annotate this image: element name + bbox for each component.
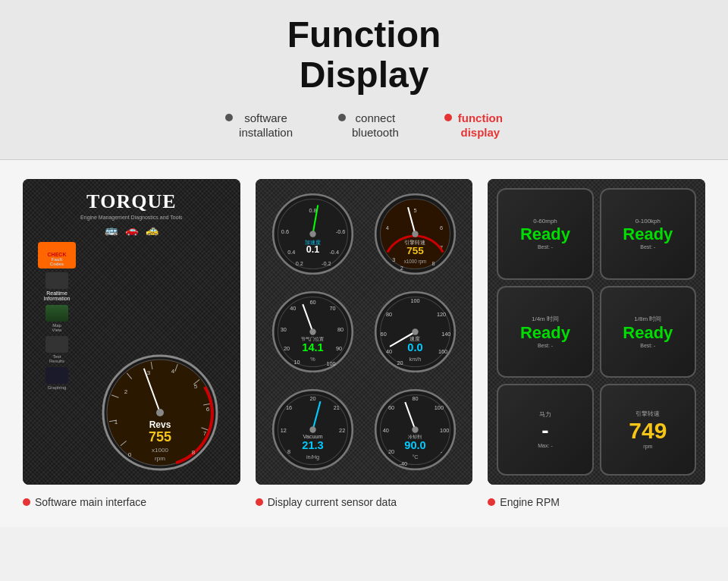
- rpm-card-engine-value: 749: [629, 419, 667, 442]
- rpm-card-engine-best: rpm: [643, 444, 652, 449]
- svg-text:140: 140: [441, 330, 450, 337]
- svg-text:20: 20: [284, 344, 290, 351]
- step-bluetooth[interactable]: connect bluetooth: [338, 111, 399, 140]
- svg-text:-0.2: -0.2: [322, 260, 331, 267]
- rpm-screen: 0-60mph Ready Best: - 0-100kph Ready Bes…: [488, 179, 705, 485]
- svg-text:40: 40: [290, 305, 296, 312]
- svg-text:12: 12: [281, 426, 287, 433]
- svg-text:20: 20: [397, 360, 403, 366]
- svg-point-80: [412, 328, 418, 334]
- svg-text:°C: °C: [413, 454, 419, 460]
- svg-text:-0.4: -0.4: [329, 248, 339, 255]
- rpm-card-0100: 0-100kph Ready Best: -: [600, 188, 696, 280]
- svg-text:0.6: 0.6: [281, 228, 289, 235]
- menu-testresults: TestResults: [34, 336, 80, 363]
- svg-text:0.2: 0.2: [295, 260, 303, 267]
- sensor-screen: 0.8 0.6 -0.6 0.4 -0.4 0.2 -0.2 加速度 0.1: [256, 179, 473, 485]
- caption-dot-1: [23, 498, 30, 506]
- rpm-card-eighth: 1/8m 时间 Ready Best: -: [600, 286, 696, 378]
- svg-text:40: 40: [383, 426, 389, 433]
- svg-point-12: [156, 409, 164, 416]
- svg-text:6: 6: [206, 406, 210, 413]
- svg-text:4: 4: [171, 368, 175, 375]
- step-dot-bluetooth: [338, 114, 346, 121]
- svg-text:80: 80: [337, 326, 344, 333]
- menu-graphing: Graphing: [34, 367, 80, 390]
- rpm-card-060: 0-60mph Ready Best: -: [497, 188, 593, 280]
- rpm-card-quarter-best: Best: -: [538, 343, 553, 348]
- torque-obd: OBD CHECK Fault Codes: [38, 242, 76, 269]
- card-torque: TORQUE Engine Management Diagnostics and…: [23, 179, 240, 485]
- rpm-card-eighth-best: Best: -: [640, 343, 655, 348]
- svg-point-65: [309, 328, 315, 334]
- gauge-center: Revs 755 x1000 rpm 1 2 3 4 5 6 7: [87, 242, 233, 477]
- torque-screen: TORQUE Engine Management Diagnostics and…: [23, 179, 240, 485]
- svg-text:755: 755: [149, 429, 171, 444]
- svg-point-93: [309, 426, 315, 432]
- svg-text:x1000 rpm: x1000 rpm: [404, 259, 427, 265]
- card-rpm: 0-60mph Ready Best: - 0-100kph Ready Bes…: [488, 179, 705, 485]
- rpm-card-eighth-value: Ready: [623, 325, 673, 341]
- rpm-card-hp: 马力 - Max: -: [497, 384, 593, 476]
- svg-text:3: 3: [392, 256, 395, 263]
- svg-text:7: 7: [203, 430, 207, 437]
- rpm-card-eighth-title: 1/8m 时间: [634, 315, 661, 323]
- rpm-card-0100-title: 0-100kph: [635, 218, 661, 225]
- svg-text:0.1: 0.1: [306, 243, 319, 254]
- svg-text:km/h: km/h: [410, 356, 422, 363]
- svg-text:0.4: 0.4: [287, 248, 295, 255]
- svg-text:70: 70: [329, 305, 335, 312]
- svg-text:10: 10: [293, 359, 300, 366]
- caption-text-2: Display current sensor data: [268, 496, 397, 508]
- rpm-card-060-value: Ready: [520, 226, 570, 243]
- svg-text:40: 40: [386, 347, 392, 354]
- svg-text:4: 4: [386, 225, 389, 231]
- gauge-coolant: 60 80 100 40 100 20 - -40 冷却剂 90.0 °C: [367, 384, 463, 476]
- menu-realtime: RealtimeInformation: [34, 272, 80, 301]
- torque-icons-row: 🚌 🚗 🚕: [105, 224, 158, 236]
- caption-text-3: Engine RPM: [500, 496, 560, 508]
- torque-sidebar: OBD CHECK Fault Codes RealtimeInformatio…: [30, 242, 83, 477]
- svg-point-49: [412, 231, 418, 237]
- svg-text:0.0: 0.0: [408, 341, 423, 353]
- svg-text:120: 120: [437, 310, 446, 317]
- svg-text:Revs: Revs: [149, 419, 171, 430]
- gauge-engine-rpm: 5 4 6 7 3 8 2 引擎转速 755 x1000 rpm: [367, 188, 463, 280]
- svg-text:5: 5: [194, 383, 198, 390]
- gauge-speed: 80 100 120 60 140 40 160 20 速度 0.0 km/h: [367, 286, 463, 378]
- captions-row: Software main interface Display current …: [23, 496, 705, 508]
- torque-subtitle: Engine Management Diagnostics and Tools: [80, 215, 183, 220]
- rpm-card-engine: 引擎转速 749 rpm: [600, 384, 696, 476]
- svg-text:8: 8: [432, 260, 435, 267]
- header-section: Function Display software installation c…: [0, 0, 728, 160]
- rpm-card-hp-best: Max: -: [538, 443, 552, 448]
- svg-text:5: 5: [414, 207, 417, 214]
- svg-text:1: 1: [115, 419, 118, 426]
- svg-text:755: 755: [406, 244, 424, 256]
- step-label-software: software installation: [239, 111, 293, 140]
- gauge-vacuum: 16 20 21 12 22 8 Vacuum 21.3 in/Hg: [265, 384, 361, 476]
- svg-text:160: 160: [438, 347, 447, 354]
- caption-text-1: Software main interface: [35, 496, 146, 508]
- images-row: TORQUE Engine Management Diagnostics and…: [23, 179, 705, 485]
- svg-text:6: 6: [440, 225, 443, 231]
- svg-text:8: 8: [287, 448, 290, 454]
- menu-mapview: MapView: [34, 305, 80, 332]
- svg-text:%: %: [310, 356, 315, 363]
- svg-text:21.3: 21.3: [302, 438, 323, 451]
- svg-point-36: [309, 231, 315, 237]
- rpm-card-0100-best: Best: -: [640, 244, 655, 250]
- main-gauge-svg: Revs 755 x1000 rpm 1 2 3 4 5 6 7: [96, 352, 224, 473]
- svg-text:x1000: x1000: [152, 447, 168, 454]
- svg-text:0.8: 0.8: [309, 207, 316, 214]
- svg-text:16: 16: [286, 404, 292, 411]
- content-section: TORQUE Engine Management Diagnostics and…: [0, 160, 728, 527]
- svg-text:3: 3: [147, 369, 151, 376]
- page-title: Function Display: [0, 15, 728, 96]
- rpm-card-quarter: 1/4m 时间 Ready Best: -: [497, 286, 593, 378]
- torque-logo: TORQUE: [86, 190, 177, 213]
- step-display[interactable]: function display: [444, 111, 503, 140]
- steps-row: software installation connect bluetooth …: [0, 111, 728, 148]
- svg-text:30: 30: [281, 326, 287, 333]
- step-software[interactable]: software installation: [225, 111, 293, 140]
